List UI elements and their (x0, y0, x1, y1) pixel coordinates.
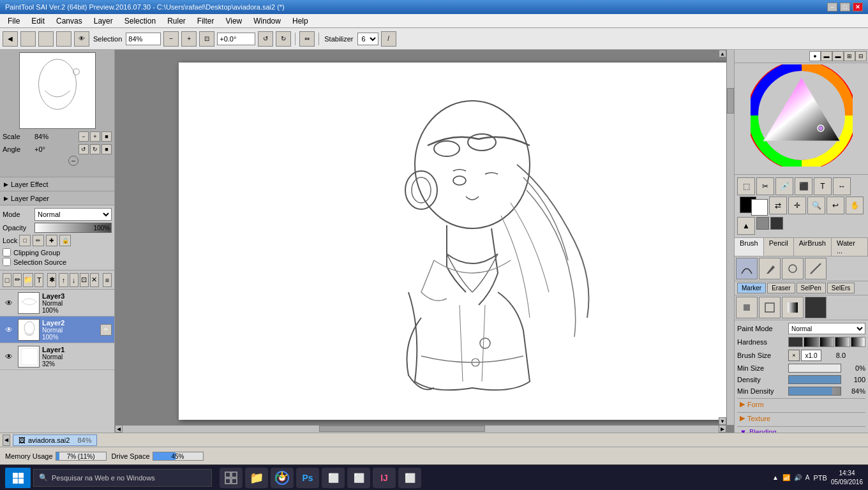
color-bar-tab[interactable]: ▬ (821, 51, 832, 61)
scale-up[interactable]: + (90, 131, 100, 142)
zoom-fit[interactable]: ⊡ (199, 31, 214, 47)
menu-window[interactable]: Window (248, 15, 286, 27)
blending-header[interactable]: ▼ Blending (737, 427, 865, 433)
toolbar-btn1[interactable] (20, 31, 36, 47)
toolbar-btn3[interactable] (56, 31, 71, 47)
scroll-right-arrow[interactable]: ▶ (719, 425, 726, 433)
brush-tab-airbrush[interactable]: AirBrush (794, 238, 832, 256)
new-layer-folder[interactable]: 📁 (23, 273, 33, 287)
clipping-checkbox[interactable] (3, 248, 11, 256)
start-button[interactable] (5, 468, 31, 488)
angle-input[interactable] (217, 33, 255, 45)
color-black[interactable] (805, 297, 827, 318)
ruler-tool[interactable]: / (381, 31, 396, 47)
hand-tool[interactable]: ✋ (846, 197, 864, 214)
menu-filter[interactable]: Filter (192, 15, 220, 27)
brush-preset1[interactable] (736, 258, 758, 279)
new-raster-layer[interactable]: □ (3, 273, 11, 287)
layer3-visibility[interactable]: 👁 (3, 297, 15, 309)
eyedropper-tool[interactable]: 💉 (775, 177, 793, 195)
small-swatch2[interactable] (770, 217, 783, 230)
canvas-vscroll-thumb[interactable] (727, 88, 734, 114)
layer-item-layer3[interactable]: 👁 Layer3 Normal 100% (0, 290, 114, 316)
layer-options[interactable]: ≡ (103, 273, 112, 287)
menu-selection[interactable]: Selection (119, 15, 161, 27)
lasso-tool[interactable]: ✂ (756, 177, 774, 195)
brush-preset3[interactable] (782, 258, 804, 279)
layer-paper-header[interactable]: ▶ Layer Paper (0, 191, 114, 205)
delete-layer[interactable]: ✕ (90, 273, 99, 287)
subtab-eraser[interactable]: Eraser (767, 283, 795, 293)
layer-effect-header[interactable]: ▶ Layer Effect (0, 177, 114, 191)
min-size-slider[interactable] (788, 364, 841, 373)
transform-tool[interactable]: ↔ (833, 177, 851, 195)
zoom-plus[interactable]: + (181, 31, 197, 47)
menu-edit[interactable]: Edit (26, 15, 50, 27)
angle-reset2[interactable]: ↻ (90, 144, 100, 154)
new-vector-layer[interactable]: ✏ (13, 273, 22, 287)
lock-transparency[interactable]: □ (19, 235, 31, 246)
tray-arrow[interactable]: ▲ (772, 474, 779, 481)
hardness-0[interactable] (788, 337, 803, 347)
restore-button[interactable]: □ (840, 3, 850, 11)
toolbar-btn2[interactable] (38, 31, 54, 47)
rotate-cw[interactable]: ↻ (276, 31, 291, 47)
selection-tool[interactable]: ⬚ (737, 177, 755, 195)
lock-all[interactable]: 🔒 (59, 235, 71, 246)
canvas-hscrollbar[interactable] (115, 425, 726, 433)
taskbar-file-explorer[interactable]: 📁 (245, 468, 268, 488)
minimize-button[interactable]: ─ (827, 3, 837, 11)
menu-view[interactable]: View (220, 15, 247, 27)
lock-move[interactable]: ✚ (46, 235, 57, 246)
bucket-tool[interactable] (736, 297, 758, 318)
subtab-selpen[interactable]: SelPen (797, 283, 826, 293)
brush-preset2[interactable] (759, 258, 781, 279)
tab-scroll-left[interactable]: ◀ (3, 434, 10, 446)
layer2-visibility[interactable]: 👁 (3, 323, 15, 336)
small-swatch1[interactable] (756, 217, 769, 230)
zoom-minus[interactable]: − (163, 31, 179, 47)
texture-header[interactable]: ▶ Texture (737, 413, 865, 424)
swap-colors[interactable]: ⇄ (769, 197, 787, 214)
scroll-bottom-arrow[interactable]: ▼ (719, 417, 726, 425)
taskbar-app5[interactable]: ⬜ (322, 468, 345, 488)
zoom-tool[interactable]: 🔍 (807, 197, 825, 214)
merge-down[interactable]: ⊡ (80, 273, 89, 287)
menu-ruler[interactable]: Ruler (162, 15, 191, 27)
form-header[interactable]: ▶ Form (737, 399, 865, 410)
scroll-top-arrow[interactable]: ▲ (719, 50, 726, 57)
layer2-edit[interactable]: ✏ (100, 324, 112, 336)
selection-source-checkbox[interactable] (3, 258, 11, 266)
hardness-3[interactable] (835, 337, 849, 347)
scale-reset[interactable]: ■ (101, 131, 112, 142)
tray-network[interactable]: 📶 (782, 474, 790, 481)
color-wheel-tab[interactable]: ● (809, 51, 821, 61)
color-wheel-svg[interactable] (751, 64, 853, 167)
taskbar-search[interactable]: 🔍 Pesquisar na Web e no Windows (33, 469, 212, 487)
new-selection-layer[interactable]: ✱ (47, 273, 56, 287)
tray-volume[interactable]: 🔊 (794, 474, 802, 481)
layer-item-layer2[interactable]: 👁 Layer2 Normal 100% ✏ (0, 316, 114, 343)
taskbar-app8[interactable]: ⬜ (398, 468, 421, 488)
opacity-bar[interactable]: 100% (34, 223, 112, 233)
menu-help[interactable]: Help (287, 15, 313, 27)
move-layer-up[interactable]: ↑ (59, 273, 68, 287)
toolbar-back[interactable]: ◀ (3, 31, 18, 47)
stabilizer-select[interactable]: 61234578 (357, 33, 378, 45)
toolbar-eye[interactable]: 👁 (74, 31, 89, 47)
fill-tool[interactable]: ⬛ (795, 177, 812, 195)
binary-tool[interactable] (759, 297, 781, 318)
color-palette-tab[interactable]: ⊟ (855, 51, 867, 61)
density-slider[interactable] (788, 375, 841, 384)
taskbar-photoshop[interactable]: Ps (296, 468, 319, 488)
file-tab-aviadora[interactable]: 🖼 aviadora.sai2 84% (13, 434, 97, 446)
canvas-area[interactable]: ▲ ▼ ◀ ▶ (115, 50, 734, 433)
lock-paint[interactable]: ✏ (33, 235, 44, 246)
paint-mode-select[interactable]: Normal (788, 323, 865, 334)
background-color[interactable] (751, 199, 768, 216)
subtab-marker[interactable]: Marker (737, 283, 766, 293)
text-tool[interactable]: T (814, 177, 832, 195)
taskbar-chrome[interactable] (271, 468, 294, 488)
layer-item-layer1[interactable]: 👁 Layer1 Normal 32% (0, 343, 114, 370)
min-density-slider[interactable] (788, 387, 841, 396)
